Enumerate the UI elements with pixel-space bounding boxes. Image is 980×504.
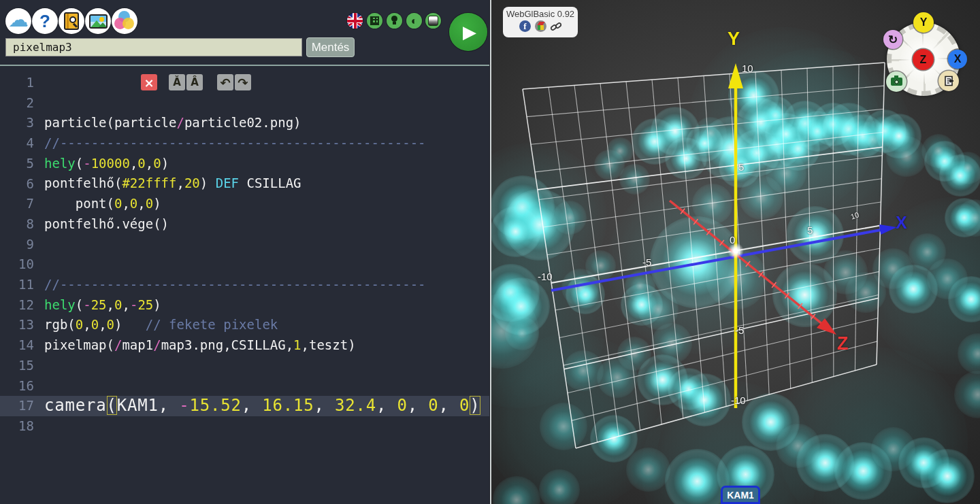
book-search-icon [64,12,79,30]
font-smaller-button[interactable]: Ǎ [169,74,185,90]
code-line-10[interactable] [44,254,489,275]
line-number: 3 [0,113,34,133]
run-button[interactable]: ▶ [449,13,487,51]
code-line-5[interactable]: hely(-10000,0,0) [44,154,489,174]
code-line-1[interactable] [44,73,489,93]
save-button[interactable]: Mentés [306,37,355,57]
color-circles-icon [114,11,135,31]
code-line-7[interactable]: pont(0,0,0) [44,194,489,214]
font-bigger-button[interactable]: Â [186,74,203,90]
grid-toggle-button[interactable] [367,13,382,29]
rotate-view-button[interactable]: ↻ [883,30,902,49]
light-toggle-button[interactable] [387,13,402,29]
line-number: 18 [0,416,34,437]
code-line-14[interactable]: pixelmap(/map1/map3.png,CSILLAG,1,teszt) [44,335,489,356]
code-line-2[interactable] [44,93,489,114]
code-line-6[interactable]: pontfelhő(#22ffff,20) DEF CSILLAG [44,173,489,194]
filename-input[interactable] [5,38,302,56]
screenshot-button[interactable] [886,71,906,92]
x-axis-tick: 5 [807,224,813,236]
image-icon [89,14,108,29]
line-number: 5 [0,154,34,174]
code-line-9[interactable] [44,235,489,255]
app-version-badge: WebGlBasic 0.92 f [503,7,578,37]
z-axis-label: Z [837,333,849,354]
document-icon [943,75,954,86]
code-line-17[interactable]: camera(KAM1, -15.52, 16.15, 32.4, 0, 0, … [44,396,489,416]
cloud-button[interactable]: ☁ [5,8,31,34]
line-number: 11 [0,275,34,295]
line-number: 16 [0,376,34,397]
undo-button[interactable]: ↶ [217,74,233,90]
color-mixer-button[interactable] [112,8,137,34]
link-icon[interactable] [551,21,561,32]
code-line-18[interactable] [44,416,489,437]
3d-viewport[interactable]: 1050-5-10-10-5510 Y X Z WebGlBasic 0.92 … [490,0,980,504]
y-axis-tick: 10 [742,63,753,74]
cloud-icon: ☁ [8,10,29,30]
code-editor[interactable]: 123456789101112131415161718 particle(par… [0,67,489,504]
line-number: 9 [0,235,34,255]
x-axis-label: X [896,213,907,233]
x-axis-tick: -5 [642,256,651,268]
view-navigation-widget: Y ↻ Z X [885,21,962,97]
moon-icon: ◐ [411,16,418,27]
y-axis-tick: -5 [735,324,744,336]
code-line-4[interactable]: //--------------------------------------… [44,133,489,154]
view-y-button[interactable]: Y [913,12,934,33]
editor-buttons: × Ǎ Â ↶ ↷ [141,74,251,90]
code-area[interactable]: particle(particle/particle02.png)//-----… [44,73,489,436]
y-axis-tick: -10 [731,394,746,406]
dark-mode-button[interactable]: ◐ [406,13,422,29]
grid-icon [370,16,379,25]
question-icon: ? [39,11,50,32]
y-axis-tick: 5 [738,161,744,173]
play-icon: ▶ [463,22,476,43]
line-number: 14 [0,335,34,356]
code-line-3[interactable]: particle(particle/particle02.png) [44,113,489,133]
copy-code-button[interactable] [938,71,959,91]
x-axis-tick: -10 [538,271,553,282]
line-number: 2 [0,93,34,114]
gutter: 123456789101112131415161718 [0,73,34,437]
y-axis-tick: 0 [730,234,735,246]
app-version-text: WebGlBasic 0.92 [503,9,578,19]
gradient-icon [428,16,438,26]
code-line-11[interactable]: //--------------------------------------… [44,275,489,295]
line-number: 17 [0,396,34,416]
camera-icon [891,78,902,86]
redo-button[interactable]: ↷ [235,74,251,90]
image-gallery-button[interactable] [85,8,111,34]
webglbasic-app: ☁ ? Mentés ◐ ▶ [0,0,980,504]
search-examples-button[interactable] [59,8,84,34]
code-line-16[interactable] [44,375,489,396]
line-number: 4 [0,133,34,154]
line-number: 15 [0,356,34,376]
line-number: 13 [0,315,34,335]
line-number: 6 [0,174,34,195]
code-line-12[interactable]: hely(-25,0,-25) [44,295,489,316]
editor-panel: ☁ ? Mentés ◐ ▶ [0,0,489,504]
facebook-icon[interactable]: f [519,20,531,32]
help-button[interactable]: ? [32,8,58,34]
code-line-8[interactable]: pontfelhő.vége() [44,214,489,235]
toolbar: ☁ ? Mentés ◐ ▶ [0,0,489,66]
y-axis-label: Y [728,29,740,50]
lightbulb-icon [390,16,399,26]
line-number: 12 [0,295,34,316]
background-button[interactable] [425,13,441,29]
close-editor-button[interactable]: × [141,74,157,90]
line-number: 7 [0,194,34,214]
code-line-13[interactable]: rgb(0,0,0) // fekete pixelek [44,315,489,335]
line-number: 1 [0,73,34,93]
line-number: 10 [0,254,34,275]
camera-preset-button[interactable]: KAM1 [721,486,760,504]
view-z-button[interactable]: Z [913,49,934,70]
language-flag-button[interactable] [347,13,363,29]
code-line-15[interactable] [44,356,489,376]
view-x-button[interactable]: X [948,50,967,69]
cube-icon[interactable] [535,20,546,32]
line-number: 8 [0,214,34,235]
